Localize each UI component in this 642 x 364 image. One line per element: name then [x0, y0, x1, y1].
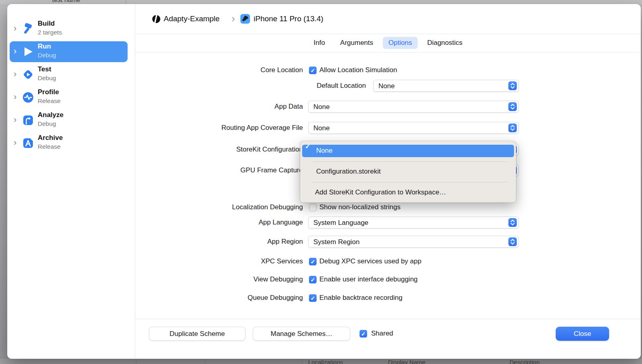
background-column-header: test name — [52, 0, 80, 4]
background-column-display-name: Display Name — [388, 359, 425, 364]
tab-diagnostics[interactable]: Diagnostics — [422, 37, 468, 49]
sidebar-divider — [135, 4, 135, 359]
app-region-label: App Region — [142, 237, 303, 247]
duplicate-scheme-button[interactable]: Duplicate Scheme — [149, 327, 246, 341]
tab-info[interactable]: Info — [308, 37, 330, 49]
divider — [126, 0, 126, 4]
sidebar-item-sub: Debug — [38, 120, 56, 127]
sidebar-item-sub: Release — [38, 143, 61, 150]
storekit-configuration-label: StoreKit Configuration — [142, 145, 303, 154]
debug-xpc-services-checkbox[interactable] — [309, 258, 317, 265]
routing-app-coverage-popup[interactable]: None — [308, 122, 519, 134]
sidebar-item-sub: Release — [38, 97, 61, 105]
shared-checkbox[interactable] — [360, 330, 367, 338]
sidebar-item-test[interactable]: Test Debug — [10, 64, 128, 85]
enable-backtrace-recording-checkbox[interactable] — [309, 294, 317, 302]
header-divider — [135, 34, 641, 34]
sidebar-item-build[interactable]: Build 2 targets — [10, 18, 128, 39]
app-language-popup[interactable]: System Language — [308, 216, 519, 229]
sidebar-item-profile[interactable]: Profile Release — [10, 87, 128, 108]
sidebar-item-archive[interactable]: Archive Release — [10, 133, 128, 154]
menu-item-none[interactable]: None — [316, 146, 333, 156]
divider — [302, 358, 302, 364]
popup-value: None — [313, 123, 330, 133]
checkbox-label: Show non-localized strings — [319, 202, 400, 212]
routing-app-coverage-label: Routing App Coverage File — [142, 123, 303, 133]
sidebar-item-analyze[interactable]: Analyze Debug — [10, 110, 128, 131]
chevron-right-icon: › — [232, 12, 235, 25]
app-region-popup[interactable]: System Region — [308, 236, 519, 248]
tab-bar: Info Arguments Options Diagnostics — [135, 35, 641, 51]
adapty-scheme-icon — [152, 14, 161, 25]
popup-value: None — [313, 102, 330, 112]
gpu-frame-capture-label: GPU Frame Capture — [142, 166, 303, 175]
default-location-popup[interactable]: None — [373, 80, 519, 92]
divider — [205, 358, 205, 364]
xpc-services-label: XPC Services — [142, 257, 303, 266]
checkbox-label: Debug XPC services used by app — [319, 257, 421, 266]
divider — [136, 358, 136, 364]
archive-box-icon — [22, 137, 35, 150]
tabbar-divider — [135, 52, 641, 53]
allow-location-simulation-checkbox[interactable] — [309, 67, 317, 74]
sidebar-item-run[interactable]: Run Debug — [10, 41, 128, 62]
sidebar-item-sub: 2 targets — [38, 29, 62, 36]
sidebar-item-label: Analyze — [38, 111, 63, 119]
sidebar-item-label: Profile — [38, 88, 59, 96]
checkbox-label: Enable user interface debugging — [319, 275, 418, 284]
chevron-right-icon[interactable] — [14, 92, 19, 102]
tab-options[interactable]: Options — [383, 37, 418, 49]
sidebar-item-sub: Debug — [38, 52, 56, 59]
profile-pulse-icon — [22, 91, 35, 104]
manage-schemes-button[interactable]: Manage Schemes… — [253, 327, 350, 341]
chevron-right-icon[interactable] — [14, 47, 19, 56]
scheme-editor-screen: test name Localizations Display Name Des… — [0, 0, 642, 364]
sidebar-item-sub: Debug — [38, 75, 56, 82]
chevron-right-icon[interactable] — [14, 115, 19, 125]
popup-value: System Region — [313, 237, 360, 247]
background-column-description: Description — [510, 359, 540, 364]
test-diamond-icon — [22, 68, 35, 81]
app-data-popup[interactable]: None — [308, 101, 519, 113]
checkbox-label: Enable backtrace recording — [319, 293, 402, 303]
queue-debugging-label: Queue Debugging — [142, 293, 303, 303]
shared-label: Shared — [371, 329, 393, 338]
scheme-name[interactable]: Adapty-Example — [164, 14, 219, 23]
checkbox-label: Allow Location Simulation — [319, 65, 397, 75]
background-column-localizations: Localizations — [308, 359, 343, 364]
close-button[interactable]: Close — [556, 327, 609, 341]
checkmark-icon — [305, 143, 310, 150]
app-data-label: App Data — [142, 102, 303, 111]
enable-ui-debugging-checkbox[interactable] — [309, 276, 317, 283]
tab-arguments[interactable]: Arguments — [335, 37, 379, 49]
chevron-right-icon[interactable] — [14, 69, 19, 79]
menu-selection-highlight — [302, 145, 514, 157]
popup-value: None — [378, 81, 395, 91]
app-destination-icon — [240, 14, 250, 26]
sidebar-item-label: Run — [38, 42, 51, 51]
background-table-header: Localizations Display Name Description — [0, 358, 642, 364]
destination-name[interactable]: iPhone 11 Pro (13.4) — [254, 14, 323, 23]
default-location-label: Default Location — [205, 81, 366, 91]
view-debugging-label: View Debugging — [142, 275, 303, 284]
popup-value: System Language — [313, 218, 368, 228]
stepper-icon — [508, 81, 517, 90]
core-location-label: Core Location — [142, 65, 303, 75]
hammer-icon — [22, 22, 35, 35]
show-non-localized-strings-checkbox[interactable] — [309, 204, 317, 211]
stepper-icon — [508, 218, 517, 227]
chevron-right-icon[interactable] — [14, 138, 19, 148]
menu-separator — [313, 182, 508, 182]
play-icon — [22, 45, 35, 58]
menu-item-add-storekit-configuration[interactable]: Add StoreKit Configuration to Workspace… — [315, 188, 446, 197]
app-language-label: App Language — [142, 218, 303, 227]
storekit-configuration-menu: None Configuration.storekit Add StoreKit… — [300, 141, 516, 202]
sidebar-item-label: Test — [38, 65, 51, 73]
stepper-icon — [508, 237, 517, 246]
chevron-right-icon[interactable] — [14, 24, 19, 33]
stepper-icon — [508, 102, 517, 111]
menu-item-configuration-storekit[interactable]: Configuration.storekit — [316, 167, 381, 176]
localization-debugging-label: Localization Debugging — [142, 202, 303, 212]
background-window-top: test name — [0, 0, 642, 4]
sidebar-item-label: Archive — [38, 134, 63, 142]
